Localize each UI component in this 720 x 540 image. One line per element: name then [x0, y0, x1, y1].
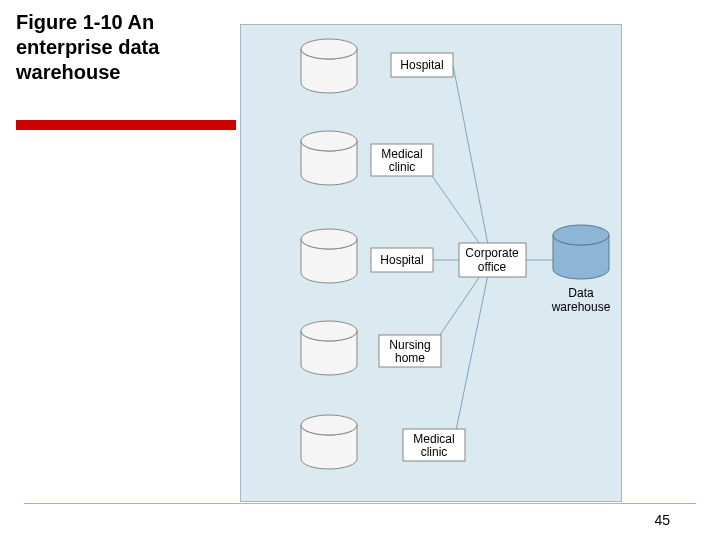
diagram-panel: Hospital Medical clinic Medical clinic	[240, 24, 622, 502]
source-label-line2: clinic	[421, 445, 448, 459]
cylinder-icon	[301, 39, 357, 93]
source-row: Hospital	[301, 39, 453, 93]
source-row: Nursing home Nursing home	[301, 321, 441, 375]
source-row: Medical clinic Medical clinic	[301, 415, 465, 469]
diagram-svg: Hospital Medical clinic Medical clinic	[241, 25, 621, 501]
source-label: Hospital	[380, 253, 423, 267]
svg-point-9	[553, 225, 609, 245]
hub-label-line2: office	[478, 260, 507, 274]
source-label-line2: home	[395, 351, 425, 365]
warehouse-label-line2: warehouse	[551, 300, 611, 314]
source-label-line2: clinic	[389, 160, 416, 174]
warehouse-label-line1: Data	[568, 286, 594, 300]
hub-label-line1: Corporate	[465, 246, 519, 260]
source-label-line1: Nursing	[389, 338, 430, 352]
title-underline-red	[16, 120, 236, 130]
cylinder-icon	[301, 229, 357, 283]
source-label: Hospital	[400, 58, 443, 72]
warehouse-cylinder-icon	[553, 225, 609, 279]
source-label-line1: Medical	[413, 432, 454, 446]
figure-title: Figure 1-10 An enterprise data warehouse	[16, 10, 226, 85]
svg-point-1	[301, 131, 357, 151]
slide: Figure 1-10 An enterprise data warehouse…	[0, 0, 720, 540]
svg-point-4	[301, 321, 357, 341]
cylinder-icon	[301, 415, 357, 469]
page-number: 45	[654, 512, 670, 528]
svg-point-3	[301, 229, 357, 249]
svg-point-0	[301, 39, 357, 59]
footer-rule	[24, 503, 696, 504]
source-row: Medical clinic Medical clinic	[301, 131, 433, 185]
cylinder-icon	[301, 131, 357, 185]
source-label-line1: Medical	[381, 147, 422, 161]
cylinder-icon	[301, 321, 357, 375]
conn-line	[453, 65, 491, 260]
svg-point-6	[301, 415, 357, 435]
source-row: Hospital	[301, 229, 433, 283]
